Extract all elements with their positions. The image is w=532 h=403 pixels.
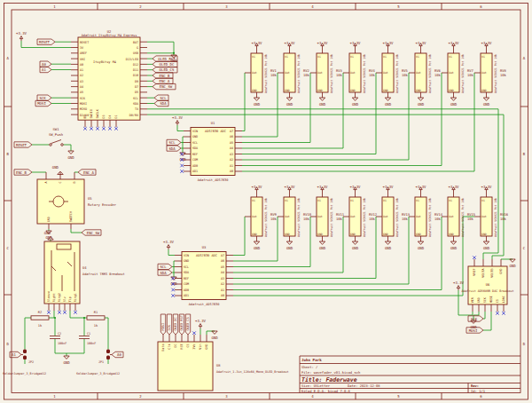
gnd-label: GND	[352, 246, 359, 250]
label-oled-signal[interactable]: MOSI	[160, 314, 165, 335]
slide-pot[interactable]: +3.3VGNDViOutGNDAdafruit SC6021 Pot 10kR…	[310, 185, 345, 250]
pin-name: MOSI	[80, 102, 87, 106]
trrs-breakout[interactable]: U4 Adafruit TRRS Breakout	[44, 241, 125, 304]
pin-name: GND	[383, 89, 388, 92]
pot-ref: RV9	[270, 212, 278, 217]
capacitor-c2[interactable]: C2 100nF	[50, 332, 66, 345]
pin-name: D0/RX	[129, 114, 139, 117]
slide-pot[interactable]: +3.3VGNDViOutGNDAdafruit SC6021 Pot 10kR…	[278, 185, 312, 250]
capacitor-c1[interactable]: C1 100nF	[79, 332, 96, 345]
dac-breakout[interactable]: U6 Adafruit AD5689R DAC Breakout	[461, 266, 513, 304]
pin-name: GND	[192, 135, 198, 138]
label-oled-signal[interactable]: OLED_RST	[179, 314, 184, 335]
label-oled-cs: OLED_CS	[160, 67, 175, 72]
slide-pot[interactable]: +3.3VGNDViOutGNDAdafruit SC6021 Pot 10kR…	[245, 185, 278, 250]
no-connect-x	[171, 288, 175, 292]
pot-ref: RV5	[402, 68, 408, 73]
slide-pot[interactable]: +3.3VGNDViOutGNDAdafruit SC6021 Pot 10kR…	[343, 41, 376, 107]
no-connect-x	[74, 311, 77, 314]
vertical-labels[interactable]: MOSISCKOLED_DCOLED_RSTOLED_CS	[160, 314, 190, 335]
power-3v3-label: +3.3V	[251, 41, 262, 45]
slide-pot[interactable]: +3.3VGNDViOutGNDAdafruit SC6021 Pot 10kR…	[409, 185, 443, 250]
slide-pot[interactable]: +3.3VGNDViOutGNDAdafruit SC6021 Pot 10kR…	[343, 185, 377, 250]
pin-name: SDA	[133, 102, 138, 106]
pin-name: A6	[230, 135, 233, 138]
pot-value: 10k	[500, 217, 507, 221]
trrs-value: Adafruit TRRS Breakout	[82, 273, 125, 276]
oled-breakout[interactable]: U8 Adafruit_1.3in_128x64_Mono_OLED_Break…	[158, 342, 289, 391]
slide-pot[interactable]: +3.3VGNDViOutGNDAdafruit SC6021 Pot 10kR…	[376, 41, 409, 107]
pin-name: SWCLK	[96, 108, 99, 118]
pin-name: A1	[230, 164, 233, 168]
title-block-id: Id: 1/1	[471, 389, 486, 393]
no-connect-x	[108, 127, 112, 130]
sheet-zone-label: 4	[311, 394, 314, 399]
slide-pot[interactable]: +3.3VGNDViOutGNDAdafruit SC6021 Pot 10kR…	[278, 41, 310, 107]
pin-name: Vi	[449, 199, 452, 202]
pin-name: Out	[383, 215, 388, 218]
power-3v3-label: +3.3V	[317, 185, 328, 189]
c1-ref: C1	[87, 332, 90, 336]
resistor-r2[interactable]: R2 1k	[31, 311, 49, 328]
pin-name: A1	[80, 68, 83, 72]
pin-name: GND	[449, 89, 454, 92]
gnd-label: GND	[52, 165, 59, 170]
sheet-zone-label: B	[6, 152, 9, 156]
slide-pot[interactable]: +3.3VGNDViOutGNDAdafruit SC6021 Pot 10kR…	[409, 41, 442, 107]
label-oled-signal[interactable]: OLED_CS	[185, 314, 190, 335]
power-3v3-label: +3.3V	[382, 41, 394, 45]
adc1-ref: U1	[211, 121, 215, 125]
pot-part-name: Adafruit SC6021 Pot 10k	[297, 54, 301, 93]
solder-jumper-jp2[interactable]: JP2 SolderJumper_3_Bridged12	[3, 350, 46, 375]
pin-name: SCL	[192, 141, 198, 145]
pin-name: MISO	[80, 107, 87, 111]
pin-name: A7	[221, 254, 224, 257]
jp2-value: SolderJumper_3_Bridged12	[3, 372, 46, 375]
pin-name: AD1	[184, 294, 189, 297]
gnd-label: GND	[509, 264, 516, 268]
mcu-value: Adafruit ItsyBitsy M4 Express	[82, 34, 137, 37]
label-oled-signal[interactable]: SCK	[167, 314, 171, 335]
pin-name: Vi	[383, 199, 387, 202]
slide-pot[interactable]: +3.3VGNDViOutGNDAdafruit SC6021 Pot 10kR…	[474, 41, 507, 107]
wire	[242, 73, 442, 166]
label-enc-sw: ENC_SW	[160, 84, 173, 89]
pin-name: Out	[449, 71, 454, 75]
power-3v3-label: +3.3V	[284, 185, 295, 189]
label-dac-mosi: MOSI	[469, 328, 478, 333]
slide-pot[interactable]: +3.3VGNDViOutGNDAdafruit SC6021 Pot 10kR…	[245, 41, 278, 107]
slide-pot[interactable]: +3.3VGNDViOutGNDAdafruit SC6021 Pot 10kR…	[376, 185, 410, 250]
gnd-label: GND	[450, 102, 458, 107]
slide-pots[interactable]: +3.3VGNDViOutGNDAdafruit SC6021 Pot 10kR…	[245, 41, 509, 250]
sheet-zone-label: 4	[311, 4, 314, 9]
power-3v3-label: +3.3V	[251, 185, 262, 189]
sheet-zone-label: 1	[53, 4, 56, 9]
resistor-r1[interactable]: R1 1k	[87, 311, 105, 328]
label-text: OLED_CS	[186, 317, 190, 330]
pot-ref: RV3	[336, 68, 342, 73]
pin-name: SDA	[184, 271, 189, 274]
no-connect-x	[171, 294, 175, 297]
no-connect-x	[180, 164, 184, 168]
slide-pot[interactable]: +3.3VGNDViOutGNDAdafruit SC6021 Pot 10kR…	[442, 185, 475, 250]
c1-value: 100nF	[87, 342, 96, 345]
pin-name: Data	[161, 344, 165, 352]
pin-name: Out	[350, 71, 356, 75]
pin-name: Out	[252, 215, 257, 218]
label-oled-signal[interactable]: OLED_DC	[173, 314, 177, 335]
no-connect-x	[102, 127, 106, 130]
pin-name: Vi	[252, 55, 255, 59]
slide-pot[interactable]: +3.3VGNDViOutGNDAdafruit SC6021 Pot 10kR…	[310, 41, 343, 107]
pin-name: VIN	[192, 130, 198, 133]
pin-name: Out	[481, 71, 487, 75]
sheet-zone-label: C	[6, 246, 9, 250]
pin-name: A2	[80, 74, 83, 77]
sheet-zone-label: 2	[139, 394, 142, 399]
pin-name: Clk	[168, 344, 171, 350]
reset-switch[interactable]: SW1 SW_Push	[49, 127, 63, 146]
pot-part-name: Adafruit SC6021 Pot 10k	[363, 198, 366, 237]
slide-pot[interactable]: +3.3VGNDViOutGNDAdafruit SC6021 Pot 10kR…	[442, 41, 474, 107]
pin-name: GND	[416, 233, 421, 236]
power-3v3-label: +3.3V	[415, 185, 426, 189]
no-connect-x	[180, 170, 184, 173]
